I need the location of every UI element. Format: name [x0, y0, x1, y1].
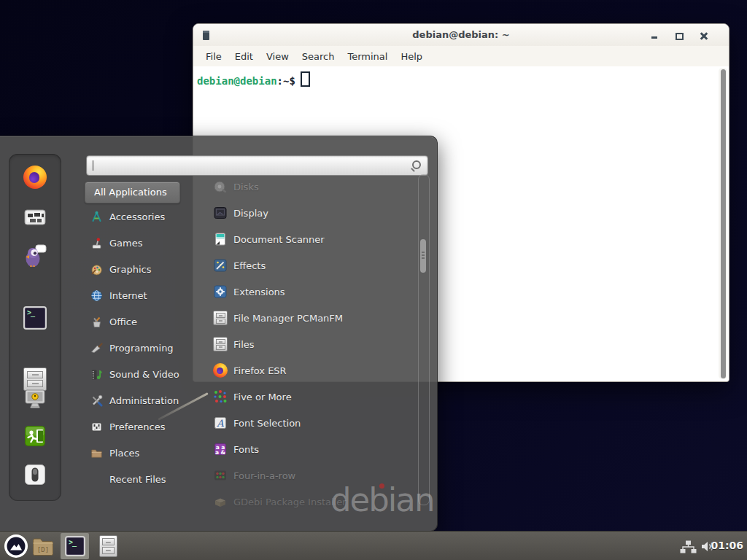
- terminal-titlebar[interactable]: debian@debian: ~: [193, 24, 729, 47]
- clock[interactable]: 01:06: [711, 540, 743, 551]
- menu-file[interactable]: File: [199, 48, 228, 65]
- terminal-window-icon: [203, 31, 209, 40]
- effects-icon: [213, 258, 228, 273]
- shell-prompt: debian@debian:~$: [197, 71, 310, 87]
- category-label: Sound & Video: [109, 369, 179, 380]
- shutdown-icon[interactable]: [23, 463, 47, 486]
- prompt-user-host: debian@debian: [197, 75, 277, 87]
- blank-icon: [90, 473, 103, 486]
- app-row-file-manager-pcmanfm[interactable]: File Manager PCManFM: [204, 305, 414, 331]
- preferences-icon: [90, 421, 103, 433]
- category-list: Accessories Games Graphics: [85, 203, 198, 492]
- accessories-icon: [90, 211, 103, 223]
- terminal-icon: [65, 536, 85, 556]
- app-row-display[interactable]: Display: [204, 200, 414, 226]
- menu-edit[interactable]: Edit: [228, 48, 260, 65]
- games-icon: [90, 237, 103, 249]
- file-cabinet-icon: [213, 337, 228, 351]
- close-button[interactable]: [698, 30, 710, 42]
- display-icon: [213, 206, 228, 220]
- app-row-five-or-more[interactable]: Five or More: [204, 384, 414, 410]
- category-label: Places: [109, 448, 139, 459]
- terminal-task-button[interactable]: [61, 533, 89, 559]
- menu-help[interactable]: Help: [394, 48, 429, 65]
- app-label: File Manager PCManFM: [233, 313, 343, 324]
- category-office[interactable]: Office: [85, 308, 198, 335]
- category-accessories[interactable]: Accessories: [85, 203, 198, 230]
- application-list: Disks Display Document Scanner: [204, 174, 414, 515]
- app-row-disks[interactable]: Disks: [204, 174, 414, 200]
- category-administration[interactable]: Administration: [85, 387, 198, 413]
- favorites-panel: [9, 154, 61, 501]
- extensions-icon: [213, 284, 228, 299]
- app-row-fonts[interactable]: a a a & Fonts: [204, 436, 414, 462]
- maximize-button[interactable]: [673, 30, 685, 42]
- category-label: Accessories: [109, 211, 165, 222]
- lock-screen-icon[interactable]: [23, 387, 47, 411]
- category-label: Graphics: [109, 264, 151, 275]
- app-label: Extensions: [233, 287, 285, 298]
- menu-search[interactable]: Search: [295, 48, 341, 65]
- category-internet[interactable]: Internet: [85, 282, 198, 308]
- menu-view[interactable]: View: [260, 48, 295, 65]
- category-graphics[interactable]: Graphics: [85, 256, 198, 282]
- category-places[interactable]: Places: [85, 440, 198, 466]
- text-caret: [93, 160, 93, 171]
- category-sound-video[interactable]: Sound & Video: [85, 361, 198, 387]
- applications-menu-button[interactable]: [4, 534, 28, 559]
- four-in-a-row-icon: [213, 468, 228, 483]
- app-row-effects[interactable]: Effects: [204, 252, 414, 279]
- category-label: Administration: [109, 395, 179, 406]
- app-row-document-scanner[interactable]: Document Scanner: [204, 226, 414, 252]
- five-or-more-icon: [213, 389, 228, 404]
- all-applications-button[interactable]: All Applications: [85, 182, 180, 203]
- menu-scrollbar-thumb[interactable]: [420, 239, 426, 273]
- taskbar: [D] 01:06: [0, 531, 747, 560]
- app-label: GDebi Package Installer: [233, 497, 347, 508]
- font-selection-icon: A: [213, 416, 228, 430]
- settings-panel-icon[interactable]: [23, 206, 47, 229]
- pidgin-icon[interactable]: [23, 244, 47, 268]
- terminal-scrollbar-track[interactable]: [719, 68, 727, 379]
- document-scanner-icon: [213, 232, 228, 246]
- application-menu: All Applications Accessories Games: [0, 136, 438, 532]
- category-programming[interactable]: Programming: [85, 335, 198, 361]
- category-preferences[interactable]: Preferences: [85, 413, 198, 440]
- fonts-icon: a a a &: [213, 442, 228, 456]
- prompt-suffix: :~$: [277, 75, 295, 87]
- svg-text:a &: a &: [215, 449, 226, 456]
- terminal-icon[interactable]: [23, 306, 47, 330]
- category-recent-files[interactable]: Recent Files: [85, 466, 198, 492]
- app-row-files[interactable]: Files: [204, 331, 414, 357]
- app-label: Disks: [233, 182, 259, 192]
- search-box: [86, 155, 428, 176]
- menu-scrollbar-track[interactable]: [418, 174, 430, 505]
- administration-icon: [90, 394, 103, 407]
- menu-terminal[interactable]: Terminal: [341, 48, 394, 65]
- gdebi-icon: [213, 494, 228, 509]
- app-row-extensions[interactable]: Extensions: [204, 279, 414, 305]
- app-label: Font Selection: [233, 418, 301, 429]
- places-icon: [90, 447, 103, 459]
- app-label: Files: [233, 339, 255, 350]
- search-icon: [411, 160, 422, 171]
- folder-icon[interactable]: [D]: [32, 537, 54, 556]
- app-row-font-selection[interactable]: A Font Selection: [204, 410, 414, 436]
- category-label: Games: [109, 238, 142, 249]
- desktop: { "terminal": { "title": "debian@debian:…: [0, 0, 747, 560]
- app-row-firefox-esr[interactable]: Firefox ESR: [204, 357, 414, 384]
- network-icon[interactable]: [680, 540, 697, 553]
- terminal-scrollbar-thumb[interactable]: [721, 69, 726, 378]
- logout-icon[interactable]: [23, 424, 47, 448]
- files-launcher[interactable]: [99, 535, 117, 557]
- svg-text:A: A: [216, 418, 224, 429]
- svg-text:[D]: [D]: [37, 546, 49, 553]
- programming-icon: [90, 342, 103, 354]
- app-label: Document Scanner: [233, 234, 325, 245]
- firefox-icon[interactable]: [23, 166, 47, 189]
- minimize-button[interactable]: [649, 30, 660, 42]
- category-games[interactable]: Games: [85, 230, 198, 256]
- category-label: Programming: [109, 343, 174, 354]
- app-label: Fonts: [233, 444, 259, 455]
- app-label: Display: [233, 208, 268, 219]
